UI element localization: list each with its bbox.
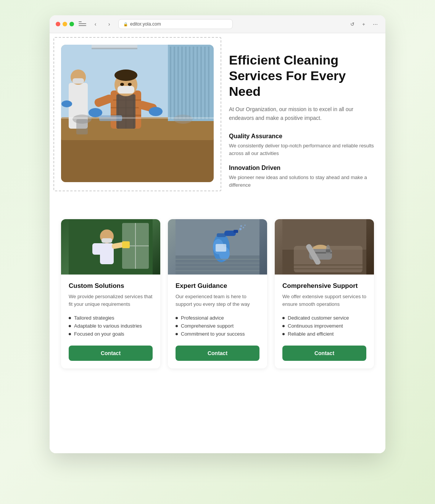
svg-rect-28 [118, 86, 134, 94]
card-custom-solutions: Custom Solutions We provide personalized… [61, 219, 160, 368]
card-1-desc: We provide personalized services that fi… [69, 293, 153, 308]
bullet-icon [282, 325, 285, 327]
card-2-title: Expert Guidance [176, 282, 259, 290]
svg-rect-79 [326, 249, 330, 252]
card-2-contact-button[interactable]: Contact [176, 346, 259, 361]
hero-section: Efficient Cleaning Services For Every Ne… [61, 45, 374, 196]
svg-rect-7 [177, 47, 179, 119]
svg-rect-59 [234, 230, 238, 233]
forward-button[interactable]: › [105, 19, 114, 29]
list-item: Adaptable to various industries [69, 322, 153, 330]
feature-innovation: Innovation Driven We pioneer new ideas a… [229, 165, 374, 189]
feature-innovation-desc: We pioneer new ideas and solutions to st… [229, 174, 374, 189]
card-3-contact-button[interactable]: Contact [282, 346, 366, 361]
card-3-image [275, 219, 374, 275]
card-1-image [61, 219, 160, 275]
card-3-desc: We offer extensive support services to e… [282, 293, 366, 308]
bullet-icon [176, 317, 178, 319]
svg-point-42 [174, 115, 193, 124]
feature-quality: Quality Assurance We consistently delive… [229, 133, 374, 157]
svg-rect-14 [204, 47, 206, 119]
list-item: Continuous improvement [282, 322, 366, 330]
svg-rect-15 [208, 47, 209, 119]
svg-rect-53 [122, 241, 130, 248]
svg-rect-43 [61, 117, 214, 119]
svg-rect-11 [193, 47, 194, 119]
card-2-list: Professional advice Comprehensive suppor… [176, 314, 259, 338]
bullet-icon [176, 325, 178, 327]
svg-rect-10 [189, 47, 190, 119]
refresh-button[interactable]: ↺ [348, 20, 356, 28]
svg-point-62 [240, 225, 242, 227]
svg-point-61 [243, 227, 244, 228]
url-text: editor.yola.com [130, 21, 161, 27]
bullet-icon [282, 333, 285, 335]
svg-rect-13 [200, 47, 202, 119]
svg-rect-5 [170, 47, 171, 119]
card-3-body: Comprehensive Support We offer extensive… [275, 275, 374, 368]
card-2-image [168, 219, 267, 275]
bullet-icon [69, 325, 71, 327]
cards-section: Custom Solutions We provide personalized… [61, 219, 374, 368]
browser-content: Efficient Cleaning Services For Every Ne… [50, 33, 385, 453]
list-item: Commitment to your success [176, 330, 259, 338]
card-3-title: Comprehensive Support [282, 282, 366, 290]
card-1-contact-button[interactable]: Contact [69, 346, 153, 361]
svg-rect-38 [72, 78, 84, 84]
hero-image [61, 45, 214, 182]
svg-point-30 [128, 83, 132, 86]
card-1-body: Custom Solutions We provide personalized… [61, 275, 160, 368]
back-button[interactable]: ‹ [91, 19, 100, 29]
add-tab-button[interactable]: + [359, 20, 368, 28]
feature-quality-desc: We consistently deliver top-notch perfor… [229, 142, 374, 157]
svg-rect-12 [197, 47, 198, 119]
svg-rect-51 [102, 238, 112, 243]
list-item: Focused on your goals [69, 330, 153, 338]
svg-rect-25 [116, 94, 135, 129]
card-expert-guidance: Expert Guidance Our experienced team is … [168, 219, 267, 368]
svg-rect-8 [181, 47, 183, 119]
traffic-lights [56, 22, 74, 26]
svg-point-34 [149, 107, 163, 116]
list-item: Dedicated customer service [282, 314, 366, 322]
svg-rect-50 [92, 243, 111, 255]
list-item: Professional advice [176, 314, 259, 322]
svg-rect-9 [185, 47, 187, 119]
minimize-button[interactable] [63, 22, 67, 26]
maximize-button[interactable] [69, 22, 74, 26]
sidebar-toggle-icon[interactable] [79, 21, 86, 27]
card-2-body: Expert Guidance Our experienced team is … [168, 275, 267, 368]
list-item: Comprehensive support [176, 322, 259, 330]
svg-point-63 [244, 225, 246, 226]
svg-point-29 [120, 83, 124, 86]
svg-rect-6 [174, 47, 175, 119]
svg-point-39 [61, 100, 72, 107]
bullet-icon [69, 317, 71, 319]
card-3-list: Dedicated customer service Continuous im… [282, 314, 366, 338]
hero-title: Efficient Cleaning Services For Every Ne… [229, 52, 374, 99]
svg-point-27 [114, 69, 137, 81]
feature-innovation-title: Innovation Driven [229, 165, 374, 171]
list-item: Tailored strategies [69, 314, 153, 322]
browser-toolbar: ‹ › 🔒 editor.yola.com ↺ + ⋯ [50, 15, 385, 33]
hero-image-container [61, 45, 214, 184]
card-comprehensive-support: Comprehensive Support We offer extensive… [275, 219, 374, 368]
bullet-icon [282, 317, 285, 319]
hero-text: Efficient Cleaning Services For Every Ne… [229, 45, 374, 196]
feature-quality-title: Quality Assurance [229, 133, 374, 140]
more-options-button[interactable]: ⋯ [371, 20, 379, 28]
list-item: Reliable and efficient [282, 330, 366, 338]
card-1-list: Tailored strategies Adaptable to various… [69, 314, 153, 338]
card-2-desc: Our experienced team is here to support … [176, 293, 259, 308]
bullet-icon [176, 333, 178, 335]
browser-window: ‹ › 🔒 editor.yola.com ↺ + ⋯ [50, 15, 385, 453]
hero-subtitle: At Our Organization, our mission is to e… [229, 105, 374, 122]
svg-rect-66 [216, 244, 226, 252]
card-1-title: Custom Solutions [69, 282, 153, 290]
close-button[interactable] [56, 22, 60, 26]
lock-icon: 🔒 [123, 22, 128, 26]
address-bar[interactable]: 🔒 editor.yola.com [118, 19, 233, 29]
browser-actions: ↺ + ⋯ [348, 20, 379, 28]
svg-rect-41 [76, 119, 88, 134]
svg-point-60 [239, 228, 242, 230]
